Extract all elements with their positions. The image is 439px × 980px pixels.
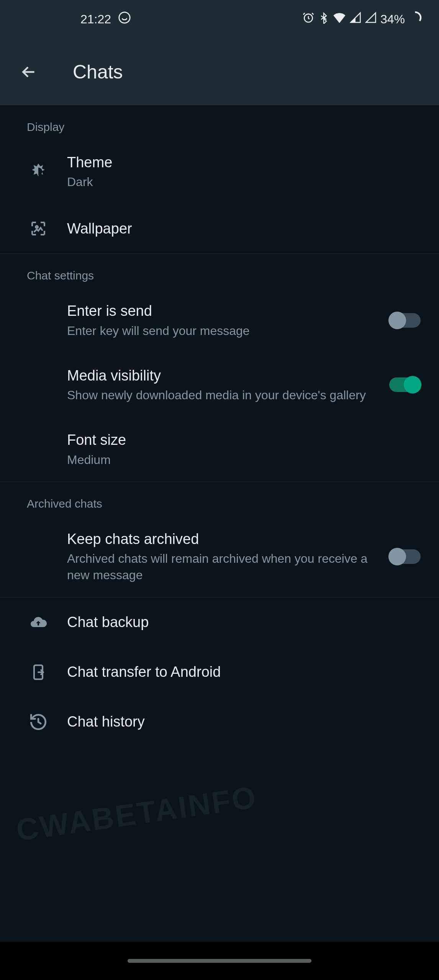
- transfer-icon: [27, 661, 50, 684]
- battery-percent: 34%: [380, 12, 405, 26]
- section-header-display: Display: [0, 105, 439, 139]
- section-display: Display Theme Dark Wallpaper: [0, 105, 439, 254]
- media-visibility-switch[interactable]: [389, 377, 421, 392]
- section-bottom: Chat backup Chat transfer to Android Cha…: [0, 598, 439, 747]
- section-header-archived: Archived chats: [0, 482, 439, 516]
- back-button[interactable]: [17, 60, 40, 83]
- svg-point-2: [410, 12, 421, 23]
- svg-point-3: [36, 226, 38, 228]
- theme-title: Theme: [67, 153, 421, 172]
- keep-archived-switch[interactable]: [389, 549, 421, 564]
- theme-icon: [27, 160, 50, 183]
- chat-history-title: Chat history: [67, 712, 421, 732]
- section-chat-settings: Chat settings Enter is send Enter key wi…: [0, 254, 439, 482]
- row-chat-backup[interactable]: Chat backup: [0, 598, 439, 647]
- chat-transfer-title: Chat transfer to Android: [67, 662, 421, 682]
- wifi-icon: [333, 12, 346, 26]
- row-chat-history[interactable]: Chat history: [0, 697, 439, 747]
- section-archived-chats: Archived chats Keep chats archived Archi…: [0, 482, 439, 598]
- battery-icon: [409, 11, 422, 27]
- font-size-title: Font size: [67, 430, 421, 450]
- wallpaper-title: Wallpaper: [67, 219, 421, 238]
- whatsapp-status-icon: [118, 11, 131, 27]
- row-chat-transfer[interactable]: Chat transfer to Android: [0, 647, 439, 697]
- bluetooth-icon: [318, 11, 329, 27]
- media-visibility-sub: Show newly downloaded media in your devi…: [67, 387, 382, 403]
- app-bar: Chats: [0, 38, 439, 105]
- svg-point-0: [119, 12, 130, 23]
- signal-icon-1: [350, 12, 361, 26]
- cloud-upload-icon: [27, 611, 50, 634]
- signal-icon-2: [365, 12, 377, 26]
- row-wallpaper[interactable]: Wallpaper: [0, 204, 439, 253]
- status-bar: 21:22 34%: [0, 0, 439, 38]
- keep-archived-title: Keep chats archived: [67, 529, 382, 549]
- wallpaper-icon: [27, 217, 50, 240]
- enter-is-send-sub: Enter key will send your message: [67, 323, 382, 339]
- watermark: CWABETAINFO: [14, 779, 259, 848]
- row-enter-is-send[interactable]: Enter is send Enter key will send your m…: [0, 288, 439, 352]
- row-keep-chats-archived[interactable]: Keep chats archived Archived chats will …: [0, 516, 439, 597]
- page-title: Chats: [73, 61, 123, 83]
- section-header-chat-settings: Chat settings: [0, 254, 439, 288]
- nav-pill[interactable]: [128, 959, 311, 963]
- font-size-value: Medium: [67, 452, 421, 468]
- keep-archived-sub: Archived chats will remain archived when…: [67, 550, 382, 583]
- enter-is-send-switch[interactable]: [389, 313, 421, 328]
- status-time: 21:22: [80, 12, 111, 26]
- row-theme[interactable]: Theme Dark: [0, 139, 439, 204]
- chat-backup-title: Chat backup: [67, 612, 421, 632]
- android-nav-bar: [0, 942, 439, 980]
- enter-is-send-title: Enter is send: [67, 301, 382, 321]
- theme-value: Dark: [67, 174, 421, 190]
- row-font-size[interactable]: Font size Medium: [0, 417, 439, 481]
- history-icon: [27, 710, 50, 733]
- media-visibility-title: Media visibility: [67, 366, 382, 385]
- alarm-icon: [302, 11, 315, 27]
- row-media-visibility[interactable]: Media visibility Show newly downloaded m…: [0, 353, 439, 417]
